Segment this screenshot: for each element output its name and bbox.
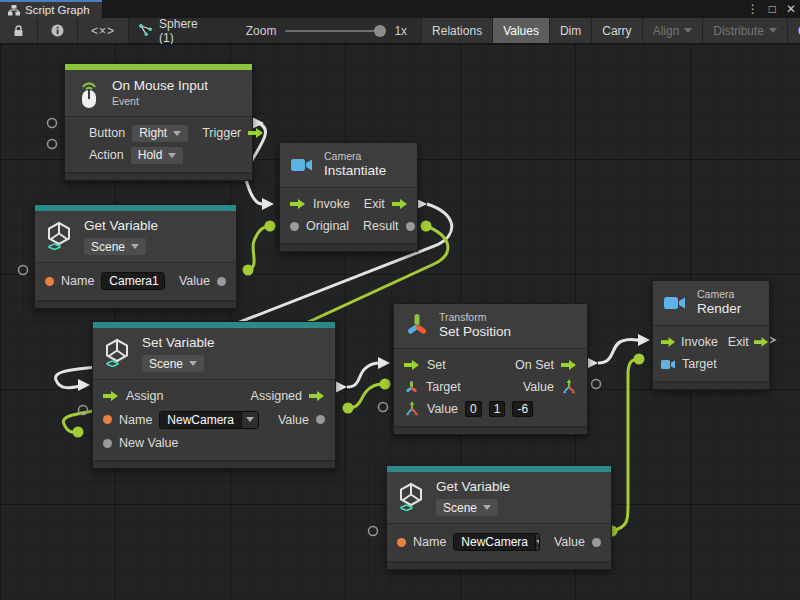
port-label-value: Value	[179, 274, 210, 288]
node-subtitle: Event	[112, 95, 208, 108]
close-icon[interactable]: ✕	[786, 3, 796, 15]
values-button[interactable]: Values	[493, 18, 550, 43]
name-port-in[interactable]	[45, 277, 54, 286]
chevron-down-icon	[131, 244, 139, 249]
name-port-in[interactable]	[103, 415, 112, 424]
name-port-in[interactable]	[397, 538, 406, 547]
zoom-value: 1x	[394, 24, 407, 38]
transform-icon	[404, 312, 430, 340]
code-view-button[interactable]: <×>	[78, 18, 129, 43]
wire-assigned-to-set	[347, 363, 380, 387]
chevron-down-icon	[189, 361, 197, 366]
node-set-variable[interactable]: <> Set Variable Scene Assign Assigned	[92, 321, 336, 469]
tab-title: Script Graph	[25, 4, 90, 16]
chevron-down-icon	[173, 131, 181, 136]
lock-button[interactable]	[0, 18, 38, 43]
node-camera-render[interactable]: Camera Render Invoke Exit Target	[652, 280, 770, 390]
info-icon	[51, 24, 64, 37]
flow-port-in-icon[interactable]	[661, 336, 676, 348]
wire-camera1-to-original	[248, 226, 270, 270]
relations-button[interactable]: Relations	[422, 18, 493, 43]
port-label-original: Original	[306, 219, 349, 233]
value-port-out[interactable]	[316, 415, 325, 424]
port-label-invoke: Invoke	[681, 335, 718, 349]
port-label-name: Name	[413, 535, 446, 549]
port-label-name: Name	[61, 274, 94, 288]
graph-context[interactable]: Sphere (1)	[129, 18, 208, 43]
variable-name-dropdown[interactable]: NewCamera	[453, 533, 540, 551]
flow-port-in-icon[interactable]	[290, 198, 306, 210]
zoom-slider-thumb[interactable]	[374, 25, 386, 37]
value-port-out[interactable]	[592, 538, 601, 547]
node-title: Render	[697, 301, 741, 318]
transform-port-icon[interactable]	[404, 380, 419, 395]
node-on-mouse-input[interactable]: On Mouse Input Event Button Right Trigge…	[64, 63, 253, 181]
variable-brackets-icon: <>	[400, 501, 412, 515]
flow-port-out-icon[interactable]	[561, 359, 577, 371]
port-label-new-value: New Value	[119, 436, 179, 450]
node-category: Camera	[697, 288, 741, 301]
maximize-icon[interactable]: □	[769, 3, 776, 15]
scope-dropdown[interactable]: Scene	[436, 499, 498, 516]
distribute-button[interactable]: Distribute	[703, 18, 788, 43]
overview-button[interactable]: Overview	[788, 18, 800, 43]
port-label-action: Action	[89, 148, 124, 162]
vector3-port-icon[interactable]	[404, 401, 420, 417]
port-label-value-out: Value	[523, 380, 554, 394]
flow-port-in-icon[interactable]	[103, 390, 119, 402]
button-dropdown[interactable]: Right	[132, 125, 188, 142]
align-button[interactable]: Align	[643, 18, 704, 43]
wire-newcamera-to-target	[612, 359, 639, 531]
node-footer	[280, 243, 417, 251]
port-label-set: Set	[427, 358, 446, 372]
new-value-port-in[interactable]	[103, 439, 112, 448]
node-title: Get Variable	[84, 218, 158, 235]
vector-y-input[interactable]: 1	[489, 401, 506, 417]
node-footer	[93, 460, 335, 468]
window-menu-icon[interactable]: ⋮	[747, 3, 759, 15]
graph-canvas[interactable]: On Mouse Input Event Button Right Trigge…	[0, 44, 800, 600]
node-footer	[387, 561, 611, 569]
tab-script-graph[interactable]: Script Graph	[0, 0, 102, 18]
action-dropdown[interactable]: Hold	[131, 147, 184, 164]
flow-port-out-icon[interactable]	[392, 198, 408, 210]
node-get-variable-newcamera[interactable]: <> Get Variable Scene Name NewCamera Val…	[386, 465, 612, 570]
context-label: Sphere (1)	[159, 17, 198, 45]
variable-name-dropdown[interactable]: Camera1	[101, 272, 165, 290]
chevron-down-icon	[769, 28, 777, 33]
zoom-slider[interactable]	[285, 24, 385, 38]
node-category: Transform	[439, 311, 511, 324]
port-label-exit: Exit	[728, 335, 749, 349]
node-camera-instantiate[interactable]: Camera Instantiate Invoke Exit Original …	[279, 142, 418, 252]
carry-button[interactable]: Carry	[592, 18, 642, 43]
chevron-down-icon	[241, 412, 258, 428]
camera-icon	[663, 294, 688, 312]
variable-name-dropdown[interactable]: NewCamera	[159, 411, 259, 429]
variable-brackets-icon: <>	[48, 240, 60, 254]
value-port-out[interactable]	[406, 222, 415, 231]
variable-icon: <>	[103, 338, 133, 370]
script-graph-window: Script Graph ⋮ □ ✕ <×>	[0, 0, 800, 600]
port-label-target: Target	[682, 357, 717, 371]
node-get-variable-camera1[interactable]: <> Get Variable Scene Name Camera1 Value	[34, 204, 237, 309]
port-label-button: Button	[89, 126, 125, 140]
vector3-port-icon[interactable]	[561, 379, 577, 395]
variable-icon: <>	[397, 482, 427, 514]
node-title: Set Position	[439, 324, 511, 341]
node-title: Instantiate	[324, 163, 386, 180]
flow-port-out-icon[interactable]	[309, 390, 325, 402]
info-button[interactable]	[38, 18, 78, 43]
value-port-out[interactable]	[217, 277, 226, 286]
vector-x-input[interactable]: 0	[465, 401, 482, 417]
scope-dropdown[interactable]: Scene	[84, 238, 146, 255]
camera-port-icon[interactable]	[661, 359, 677, 370]
scope-dropdown[interactable]: Scene	[142, 355, 204, 372]
flow-port-out-icon[interactable]	[754, 336, 769, 348]
flow-port-out-icon[interactable]	[248, 127, 264, 139]
node-transform-set-position[interactable]: Transform Set Position Set On Set Target	[393, 303, 588, 435]
value-port-in[interactable]	[290, 222, 299, 231]
flow-port-in-icon[interactable]	[404, 359, 420, 371]
vector-z-input[interactable]: -6	[512, 401, 533, 417]
variable-icon: <>	[45, 221, 75, 253]
dim-button[interactable]: Dim	[550, 18, 592, 43]
